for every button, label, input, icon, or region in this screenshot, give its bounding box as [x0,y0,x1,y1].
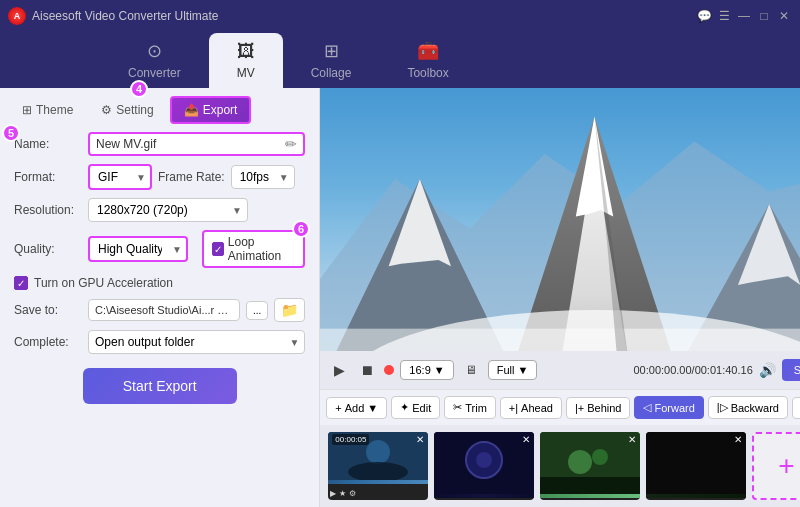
clip-1-time: 00:00:05 [332,434,369,445]
name-value: New MV.gif [96,137,281,151]
framerate-select[interactable]: 10fps 15fps 24fps 30fps [231,165,295,189]
size-arrow: ▼ [517,364,528,376]
tab-converter[interactable]: ⊙ Converter [100,32,209,88]
play-button[interactable]: ▶ [328,359,350,381]
right-panel: Aiseesoft ▶ ⏹ 16:9 ▼ 🖥 Full ▼ 00:00:00.0… [320,88,800,507]
title-bar: A Aiseesoft Video Converter Ultimate 💬 ☰… [0,0,800,32]
start-export-button[interactable]: Start Export [83,368,237,404]
video-controls: ▶ ⏹ 16:9 ▼ 🖥 Full ▼ 00:00:00.00/00:01:40… [320,351,800,389]
ahead-icon: +| [509,402,518,414]
clip-3-preview [540,432,640,498]
left-panel: ⊞ Theme ⚙ Setting 📤 Export 4 [0,88,320,507]
tab-toolbox[interactable]: 🧰 Toolbox [379,32,476,88]
tab-converter-label: Converter [128,66,181,80]
add-clip-button[interactable]: + [752,432,800,500]
record-indicator [384,365,394,375]
resolution-row: Resolution: 1280x720 (720p) 1920x1080 (1… [14,198,305,222]
app-title: Aiseesoft Video Converter Ultimate [32,9,690,23]
clip-4-close[interactable]: ✕ [734,434,742,445]
clip-2-close[interactable]: ✕ [522,434,530,445]
tab-mv[interactable]: 🖼 MV [209,33,283,88]
more-button[interactable]: ... [246,301,268,320]
form-area: Name: New MV.gif ✏ 5 Format: GIF [0,124,319,507]
svg-rect-22 [646,432,746,494]
empty-button[interactable]: 🗑 Empty [792,397,800,419]
play-small-icon: ▶ [330,489,336,498]
app-logo: A [8,7,26,25]
framerate-label: Frame Rate: [158,170,225,184]
folder-button[interactable]: 📁 [274,298,305,322]
clip-1-close[interactable]: ✕ [416,434,424,445]
behind-button[interactable]: |+ Behind [566,397,631,419]
gpu-label: Turn on GPU Acceleration [34,276,173,290]
loop-animation-wrapper[interactable]: ✓ Loop Animation [202,230,305,268]
add-arrow: ▼ [367,402,378,414]
filmstrip: 00:00:05 ▶ ★ ⚙ ✕ [320,425,800,507]
aspect-ratio-label: 16:9 [409,364,430,376]
edit-button[interactable]: ✦ Edit [391,396,440,419]
size-label: Full [497,364,515,376]
backward-button[interactable]: |▷ Backward [708,396,788,419]
settings-small-icon: ⚙ [349,489,356,498]
loop-checkbox[interactable]: ✓ [212,242,224,256]
clip-3-close[interactable]: ✕ [628,434,636,445]
quality-select[interactable]: High Quality Normal Quality Low Quality [88,236,188,262]
forward-icon: ◁ [643,401,651,414]
svg-rect-21 [540,477,640,494]
sub-tab-setting[interactable]: ⚙ Setting [89,96,165,124]
film-clip-1[interactable]: 00:00:05 ▶ ★ ⚙ ✕ [328,432,428,500]
window-controls: 💬 ☰ — □ ✕ [696,8,792,24]
sub-tab-export[interactable]: 📤 Export [170,96,252,124]
toolbox-icon: 🧰 [417,40,439,62]
volume-icon[interactable]: 🔊 [759,362,776,378]
nav-tabs: ⊙ Converter 🖼 MV ⊞ Collage 🧰 Toolbox [0,32,800,88]
tab-mv-label: MV [237,66,255,80]
gpu-checkbox[interactable]: ✓ [14,276,28,290]
behind-icon: |+ [575,402,584,414]
collage-icon: ⊞ [324,40,339,62]
star-icon: ★ [339,489,346,498]
loop-label: Loop Animation [228,235,296,263]
trim-button[interactable]: ✂ Trim [444,396,496,419]
menu-icon[interactable]: ☰ [716,8,732,24]
tab-collage[interactable]: ⊞ Collage [283,32,380,88]
ahead-button[interactable]: +| Ahead [500,397,562,419]
quality-label: Quality: [14,242,82,256]
complete-select[interactable]: Open output folder Do nothing Shut down [88,330,305,354]
screen-icon: 🖥 [460,359,482,381]
video-preview: Aiseesoft [320,88,800,351]
start-export-small-button[interactable]: Start Export [782,359,800,381]
backward-icon: |▷ [717,401,728,414]
minimize-button[interactable]: — [736,8,752,24]
close-button[interactable]: ✕ [776,8,792,24]
framerate-select-wrapper: 10fps 15fps 24fps 30fps ▼ [231,165,295,189]
sub-tab-theme[interactable]: ⊞ Theme [10,96,85,124]
maximize-button[interactable]: □ [756,8,772,24]
format-select[interactable]: GIF MP4 AVI MOV [88,164,152,190]
aspect-ratio-button[interactable]: 16:9 ▼ [400,360,453,380]
save-path-input[interactable] [88,299,240,321]
sub-tabs: ⊞ Theme ⚙ Setting 📤 Export 4 [0,88,319,124]
edit-icon[interactable]: ✏ [285,136,297,152]
converter-icon: ⊙ [147,40,162,62]
time-display: 00:00:00.00/00:01:40.16 [543,364,752,376]
svg-point-20 [592,449,608,465]
trim-icon: ✂ [453,401,462,414]
film-clip-3[interactable]: ✕ [540,432,640,500]
add-button[interactable]: + Add ▼ [326,397,387,419]
chat-icon[interactable]: 💬 [696,8,712,24]
size-button[interactable]: Full ▼ [488,360,538,380]
tab-collage-label: Collage [311,66,352,80]
export-icon: 📤 [184,103,199,117]
stop-button[interactable]: ⏹ [356,359,378,381]
film-clip-2[interactable]: ✕ [434,432,534,500]
gear-icon: ⚙ [101,103,112,117]
tab-toolbox-label: Toolbox [407,66,448,80]
grid-icon: ⊞ [22,103,32,117]
complete-row: Complete: Open output folder Do nothing … [14,330,305,354]
film-clip-4[interactable]: ✕ [646,432,746,500]
timeline-controls: + Add ▼ ✦ Edit ✂ Trim +| Ahead |+ [320,389,800,425]
resolution-select[interactable]: 1280x720 (720p) 1920x1080 (1080p) 854x48… [88,198,248,222]
name-row: Name: New MV.gif ✏ 5 [14,132,305,156]
forward-button[interactable]: ◁ Forward [634,396,703,419]
